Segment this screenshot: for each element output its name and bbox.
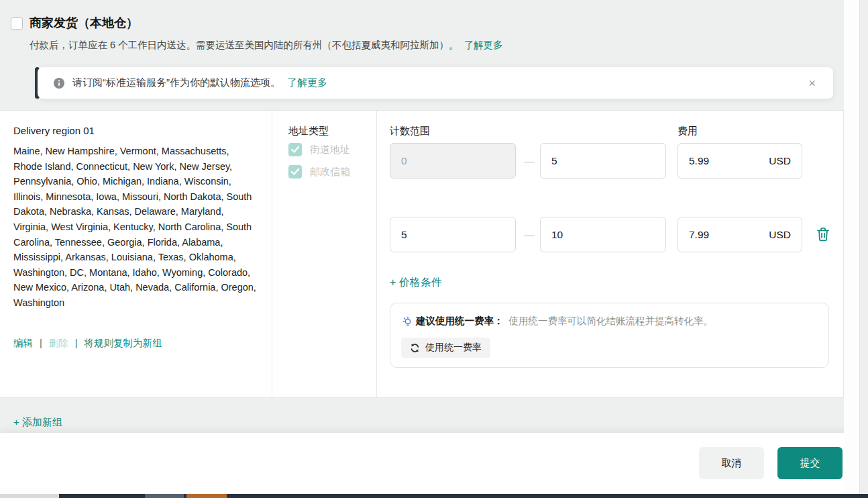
- bottom-edge-strip: [0, 494, 59, 498]
- address-option-street: 街道地址: [288, 143, 350, 156]
- flat-rate-suggestion-card: 建议使用统一费率： 使用统一费率可以简化结账流程并提高转化率。 使用统一费率: [390, 303, 829, 368]
- header-learn-more-link[interactable]: 了解更多: [464, 40, 503, 50]
- range-dash: —: [520, 155, 539, 166]
- address-option-pobox: 邮政信箱: [288, 165, 350, 179]
- region-actions: 编辑|删除|将规则复制为新组: [13, 337, 162, 350]
- copy-rule-link[interactable]: 将规则复制为新组: [85, 338, 162, 348]
- add-new-group-link[interactable]: + 添加新组: [13, 416, 62, 429]
- address-option-label: 邮政信箱: [310, 166, 350, 179]
- merchant-shipping-checkbox[interactable]: [11, 17, 23, 30]
- banner-text: 请订阅“标准运输服务”作为你的默认物流选项。: [72, 77, 280, 89]
- info-icon: [54, 78, 64, 89]
- add-price-condition-link[interactable]: + 价格条件: [390, 276, 442, 290]
- range-to-input[interactable]: [540, 143, 666, 179]
- banner-learn-more-link[interactable]: 了解更多: [287, 77, 327, 89]
- use-flat-rate-button[interactable]: 使用统一费率: [401, 338, 490, 358]
- fee-currency: USD: [769, 229, 791, 241]
- checkbox-checked-icon: [288, 165, 302, 179]
- address-type-label: 地址类型: [288, 125, 329, 138]
- column-divider: [376, 111, 377, 397]
- fee-label: 费用: [677, 125, 698, 138]
- action-footer: 取消 提交: [0, 433, 859, 494]
- region-name: Delivery region 01: [13, 125, 95, 136]
- description-text: 付款后，订单应在 6 个工作日内送达。需要运送至美国内陆的所有州（不包括夏威夷和…: [30, 40, 459, 50]
- fee-field[interactable]: 7.99 USD: [677, 217, 802, 252]
- use-flat-rate-label: 使用统一费率: [425, 342, 482, 354]
- trash-icon: [816, 227, 830, 242]
- page-title: 商家发货（本地仓）: [30, 15, 138, 31]
- action-separator: |: [75, 338, 78, 348]
- checkbox-checked-icon: [288, 143, 302, 156]
- suggestion-text: 使用统一费率可以简化结账流程并提高转化率。: [509, 315, 714, 328]
- right-gutter: [844, 0, 859, 494]
- suggestion-title: 建议使用统一费率：: [416, 315, 504, 328]
- bottom-edge-strip: [145, 494, 184, 498]
- range-from-input[interactable]: [390, 217, 516, 252]
- bottom-edge-strip: [186, 494, 227, 498]
- column-divider: [272, 111, 272, 397]
- fee-currency: USD: [769, 155, 791, 167]
- info-banner: 请订阅“标准运输服务”作为你的默认物流选项。 了解更多 ×: [38, 67, 833, 99]
- region-states-list: Maine, New Hampshire, Vermont, Massachus…: [13, 144, 260, 311]
- range-to-input[interactable]: [540, 217, 666, 252]
- close-icon[interactable]: ×: [808, 77, 816, 89]
- bottom-edge-strip: [227, 494, 868, 498]
- delete-link: 删除: [49, 338, 68, 348]
- refresh-icon: [410, 343, 420, 353]
- delivery-rules-panel: Delivery region 01 Maine, New Hampshire,…: [0, 110, 844, 398]
- fee-field[interactable]: 5.99 USD: [677, 143, 802, 179]
- bottom-edge-strip: [59, 494, 145, 498]
- fee-amount: 7.99: [689, 229, 709, 241]
- lightbulb-icon: [401, 315, 413, 328]
- fee-amount: 5.99: [689, 155, 709, 167]
- shipping-settings-page: 商家发货（本地仓） 付款后，订单应在 6 个工作日内送达。需要运送至美国内陆的所…: [0, 0, 868, 498]
- page-description: 付款后，订单应在 6 个工作日内送达。需要运送至美国内陆的所有州（不包括夏威夷和…: [30, 39, 503, 52]
- count-range-label: 计数范围: [390, 125, 430, 138]
- cancel-button[interactable]: 取消: [699, 447, 764, 479]
- submit-button[interactable]: 提交: [777, 447, 843, 479]
- range-dash: —: [520, 229, 539, 240]
- delete-rate-row-button[interactable]: [816, 227, 830, 243]
- range-from-input: [390, 143, 516, 179]
- address-option-label: 街道地址: [310, 144, 350, 156]
- action-separator: |: [40, 338, 42, 348]
- suggestion-line: 建议使用统一费率： 使用统一费率可以简化结账流程并提高转化率。: [401, 315, 713, 328]
- edit-link[interactable]: 编辑: [13, 338, 33, 348]
- page-scrollbar[interactable]: [859, 0, 868, 494]
